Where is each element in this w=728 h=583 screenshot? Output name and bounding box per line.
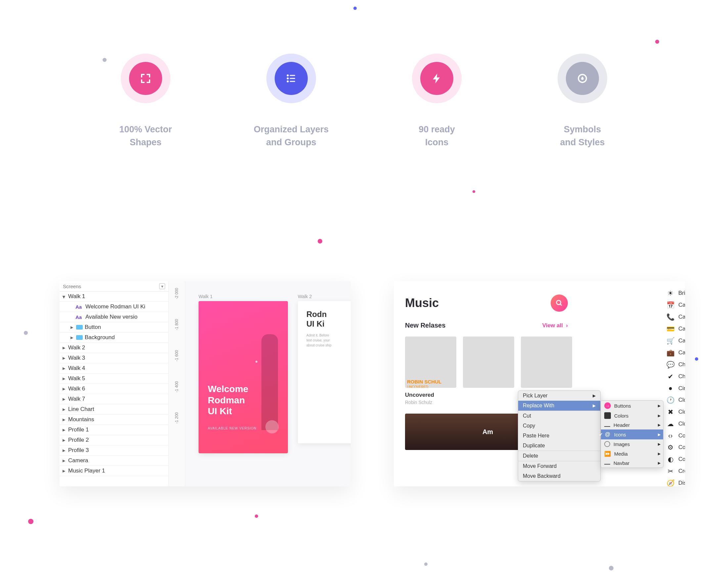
layer-item[interactable]: ▶Walk 3 (59, 353, 168, 363)
album-item[interactable] (463, 337, 514, 405)
layer-label: Profile 1 (68, 426, 89, 433)
feature-ready-icons: 90 ready Icons (387, 54, 487, 149)
icon-label: Code (678, 432, 685, 439)
feature-label-line: 90 ready (419, 125, 455, 134)
artboard-title-line: UI Kit (208, 406, 232, 416)
layer-item[interactable]: ▶Profile 1 (59, 425, 168, 435)
artboard-title: Welcome Rodman UI Kit (208, 383, 248, 417)
card-icon: 💳 (667, 325, 674, 333)
icon-catalog-item[interactable]: ☀Brightness (665, 287, 685, 299)
artboard-sub-line: about cruise ship (306, 343, 332, 347)
icon-catalog-item[interactable]: 💬Chat (665, 359, 685, 371)
submenu-item[interactable]: Navbar▶ (601, 458, 663, 468)
banner-text: Am (483, 428, 493, 436)
next-button[interactable] (265, 420, 279, 433)
context-menu-item[interactable]: Paste Here (518, 431, 600, 441)
icon-catalog-item[interactable]: ☁Cloud (665, 418, 685, 430)
submenu-item[interactable]: Colors▶ (601, 410, 663, 421)
submenu-item[interactable]: ⏩Media▶ (601, 449, 663, 458)
music-app-panel: Music New Relases View all › UNCOVERED U… (394, 281, 685, 486)
icon-catalog-item[interactable]: ●Circle (665, 382, 685, 394)
feature-label-line: and Styles (560, 137, 604, 147)
submenu-arrow-icon: ▶ (658, 442, 660, 446)
layer-label: Button (85, 324, 101, 330)
search-button[interactable] (551, 294, 568, 312)
layer-item[interactable]: ▶Profile 3 (59, 445, 168, 456)
context-menu-item[interactable]: Move Backward (518, 471, 600, 481)
layer-label: Profile 2 (68, 437, 89, 443)
decor-dot (655, 40, 659, 44)
layer-item[interactable]: ▶Walk 4 (59, 363, 168, 374)
feature-label-line: Symbols (564, 125, 601, 134)
icon-catalog-item[interactable]: 💳Card (665, 323, 685, 335)
layer-folder-background[interactable]: ▶ Background (59, 333, 168, 343)
layer-item[interactable]: ▶Walk 5 (59, 374, 168, 384)
icon-catalog-item[interactable]: ⚙Cog (665, 442, 685, 453)
icon-catalog-item[interactable]: 📞Call (665, 311, 685, 323)
layer-label: Camera (68, 457, 88, 464)
layer-item[interactable]: ▶Mountains (59, 415, 168, 425)
context-menu-item[interactable]: Move Forward (518, 461, 600, 471)
submenu-item[interactable]: Images▶ (601, 440, 663, 449)
icon-catalog-item[interactable]: ✂Crop (665, 465, 685, 477)
menu-label: Duplicate (523, 443, 545, 449)
context-menu-item[interactable]: Copy (518, 421, 600, 431)
submenu-item[interactable]: Header▶ (601, 421, 663, 429)
svg-point-7 (556, 300, 561, 305)
artboard-walk1[interactable]: Walk 1 Welcome Rodman UI Kit AVAILABLE N… (199, 301, 288, 453)
icon-catalog-item[interactable]: 🧭Discover (665, 477, 685, 486)
layer-text-item[interactable]: Aa Available New versio (59, 312, 168, 322)
icon-catalog-item[interactable]: ✖Close (665, 406, 685, 418)
icon-catalog-item[interactable]: 💼Case (665, 347, 685, 359)
layer-label: Walk 1 (68, 293, 85, 300)
layer-folder-button[interactable]: ▶ Button (59, 322, 168, 333)
ruler-mark: -2 000 (175, 288, 179, 299)
view-all-link[interactable]: View all › (542, 322, 568, 329)
artboard-title-line: Rodn (306, 310, 327, 319)
icon-catalog-item[interactable]: 🕐Clock (665, 394, 685, 406)
context-submenu[interactable]: →Buttons▶Colors▶Header▶✔Icons▶Images▶⏩Me… (601, 400, 664, 468)
icon-label: Brightness (678, 290, 685, 296)
layers-collapse-button[interactable]: ▾ (159, 283, 165, 289)
menu-label: Copy (523, 423, 535, 429)
layer-item[interactable]: ▶Walk 6 (59, 384, 168, 394)
album-uncovered[interactable]: UNCOVERED Uncovered Robin Schulz (405, 337, 456, 405)
context-menu-item[interactable]: Cut (518, 411, 600, 421)
layer-group-walk1[interactable]: ▶ Walk 1 (59, 292, 168, 302)
layer-text-item[interactable]: Aa Welcome Rodman UI Ki (59, 302, 168, 312)
artboard-walk2[interactable]: Walk 2 Rodn UI Ki Admit it. Before test … (298, 301, 351, 443)
context-menu-item[interactable]: Delete (518, 451, 600, 461)
icon-catalog-item[interactable]: ◐Contrast (665, 453, 685, 465)
feature-icon-ring (412, 54, 462, 103)
menu-label: Move Backward (523, 473, 561, 479)
layer-item[interactable]: ▶Camera (59, 456, 168, 466)
layer-item[interactable]: ▶Music Player 1 (59, 466, 168, 476)
submenu-item[interactable]: →Buttons▶ (601, 401, 663, 410)
feature-icon-ring (557, 54, 607, 103)
design-canvas[interactable]: Walk 1 Welcome Rodman UI Kit AVAILABLE N… (185, 281, 351, 486)
feature-label: Symbols and Styles (560, 123, 604, 149)
circle-icon: ● (667, 385, 674, 392)
context-menu[interactable]: Pick Layer▶Replace With▶CutCopyPaste Her… (518, 391, 601, 481)
decor-dot (28, 519, 33, 524)
icon-label: Circle (678, 385, 685, 392)
context-menu-item[interactable]: Pick Layer▶ (518, 391, 600, 401)
icon-catalog-item[interactable]: 🛒Cart (665, 335, 685, 347)
layer-item[interactable]: ▶Profile 2 (59, 435, 168, 445)
album-title: Uncovered (405, 392, 456, 398)
submenu-item[interactable]: ✔Icons▶ (601, 429, 663, 440)
context-menu-item[interactable]: Replace With▶ (518, 401, 600, 410)
icon-catalog-item[interactable]: ‹›Code (665, 430, 685, 442)
artboard-label: Walk 2 (298, 294, 312, 299)
layer-item[interactable]: ▶Line Chart (59, 404, 168, 415)
decor-dot (255, 514, 258, 518)
layer-item[interactable]: ▶Walk 2 (59, 343, 168, 353)
submenu-arrow-icon: ▶ (658, 452, 660, 456)
submenu-label: Media (614, 451, 628, 457)
context-menu-item[interactable]: Duplicate (518, 441, 600, 451)
icon-catalog-item[interactable]: ✔Check (665, 371, 685, 382)
feature-label-line: 100% Vector (119, 125, 172, 134)
layer-item[interactable]: ▶Walk 7 (59, 394, 168, 404)
layer-label: Line Chart (68, 406, 94, 413)
icon-catalog-item[interactable]: 📅Calendar (665, 299, 685, 311)
